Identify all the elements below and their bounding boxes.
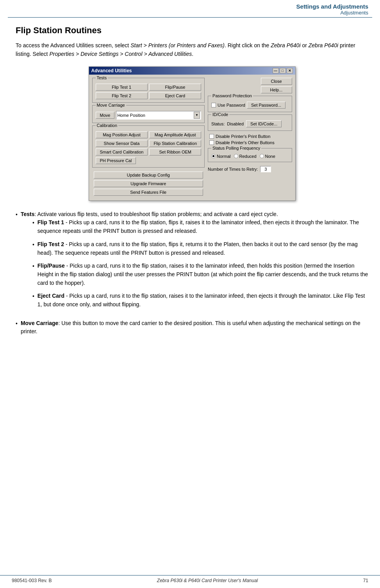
use-password-label: Use Password: [218, 103, 245, 107]
close-button[interactable]: ✕: [287, 68, 293, 73]
header-subtitle: Adjustments: [0, 10, 368, 16]
bullet-dot-tests: •: [16, 211, 18, 314]
calibration-group: Calibration Mag Position Adjust Mag Ampl…: [92, 125, 205, 168]
sub-bullet-dot-3: •: [32, 262, 34, 287]
status-polling-row: Normal Reduced None: [211, 154, 288, 159]
page-header: Settings and Adjustments Adjustments: [0, 0, 380, 17]
flip-station-calibration-button[interactable]: Flip Station Calibration: [149, 140, 201, 147]
bullet-tests-text: : Activate various flip tests, used to t…: [34, 211, 278, 217]
footer-center: Zebra P630i & P640i Card Printer User's …: [157, 578, 258, 583]
upgrade-firmware-button[interactable]: Upgrade Firmware: [94, 180, 203, 187]
bullet-section: • Tests: Activate various flip tests, us…: [16, 210, 368, 336]
id-code-status-label: Status:: [211, 122, 225, 126]
mag-position-adjust-button[interactable]: Mag Position Adjust: [96, 131, 148, 138]
bullet-tests-term: Tests: [21, 211, 35, 217]
use-password-checkbox[interactable]: [211, 103, 216, 107]
update-backup-config-button[interactable]: Update Backup Config: [94, 172, 203, 179]
tests-group: Tests Flip Test 1 Flip/Pause Flip Test 2…: [92, 78, 205, 103]
eject-card-text: - Picks up a card, runs it to the flip s…: [37, 293, 365, 307]
dialog-screenshot-container: Advanced Utilities — □ ✕ Tests Flip Test…: [16, 66, 368, 201]
retry-row: Number of Times to Retry:: [208, 166, 292, 172]
radio-none-button[interactable]: [260, 154, 264, 158]
dialog-close-button[interactable]: Close: [261, 78, 292, 85]
calibration-group-label: Calibration: [96, 123, 119, 128]
retry-label: Number of Times to Retry:: [208, 167, 258, 172]
maximize-button[interactable]: □: [280, 68, 286, 73]
bullet-dot-move: •: [16, 320, 18, 336]
ph-pressure-cal-button[interactable]: PH Pressure Cal: [96, 157, 136, 164]
set-ribbon-oem-button[interactable]: Set Ribbon OEM: [149, 148, 201, 155]
disable-print-button-row: Disable Printer's Print Button: [209, 134, 290, 139]
id-code-label: ID/Code: [211, 112, 229, 117]
dialog-body: Tests Flip Test 1 Flip/Pause Flip Test 2…: [89, 75, 295, 200]
radio-reduced-button[interactable]: [234, 154, 238, 158]
smart-card-calibration-button[interactable]: Smart Card Calibration: [96, 148, 148, 155]
move-carriage-text: : Use this button to move the card carri…: [21, 320, 360, 335]
set-password-button[interactable]: Set Password...: [247, 102, 285, 109]
eject-card-term: Eject Card: [37, 293, 64, 299]
mag-amplitude-adjust-button[interactable]: Mag Amplitude Adjust: [149, 131, 201, 138]
header-title: Settings and Adjustments: [0, 3, 368, 10]
radio-normal-label: Normal: [217, 154, 230, 159]
dialog-right-column: Close Help... Password Protection Use Pa…: [208, 78, 292, 197]
disable-print-button-label: Disable Printer's Print Button: [216, 134, 270, 139]
position-dropdown[interactable]: Home Position ▼: [116, 111, 201, 120]
sub-bullet-flip-pause: • Flip/Pause - Picks up a card, runs it …: [32, 262, 368, 287]
sub-bullet-flip-test-1: • Flip Test 1 - Picks up a card, runs it…: [32, 218, 368, 235]
move-carriage-row: Move Home Position ▼: [96, 111, 202, 120]
status-polling-group: Status Polling Frequency Normal Reduced: [208, 148, 292, 162]
update-section: Update Backup Config Upgrade Firmware Se…: [92, 170, 205, 197]
password-row: Use Password Set Password...: [211, 102, 288, 109]
status-polling-label: Status Polling Frequency: [211, 146, 261, 150]
bullet-content-tests: Tests: Activate various flip tests, used…: [21, 210, 368, 314]
radio-normal[interactable]: Normal: [211, 154, 230, 159]
radio-none-label: None: [265, 154, 275, 159]
flip-pause-button[interactable]: Flip/Pause: [149, 84, 201, 91]
ph-pressure-cal-row: PH Pressure Cal: [96, 157, 202, 164]
id-code-row: Status: Disabled Set ID/Code...: [211, 120, 288, 127]
id-code-status-value: Disabled: [227, 122, 244, 126]
tests-group-label: Tests: [96, 75, 108, 80]
titlebar-buttons: — □ ✕: [273, 68, 293, 73]
radio-none[interactable]: None: [260, 154, 275, 159]
flip-test-2-text: - Picks up a card, runs it to the flip s…: [37, 241, 358, 256]
sub-bullet-dot-1: •: [32, 219, 34, 235]
tests-buttons-grid: Flip Test 1 Flip/Pause Flip Test 2 Eject…: [96, 84, 202, 99]
set-id-code-button[interactable]: Set ID/Code...: [246, 120, 282, 127]
intro-paragraph: To access the Advanced Utilities screen,…: [16, 41, 368, 59]
flip-test-1-term: Flip Test 1: [37, 219, 64, 225]
eject-card-button[interactable]: Eject Card: [149, 92, 201, 99]
radio-normal-button[interactable]: [211, 154, 216, 158]
password-protection-group: Password Protection Use Password Set Pas…: [208, 96, 292, 112]
move-carriage-term: Move Carriage: [21, 320, 58, 326]
position-dropdown-value: Home Position: [117, 113, 145, 118]
send-features-file-button[interactable]: Send Features File: [94, 189, 203, 196]
disable-other-buttons-label: Disable Printer's Other Buttons: [216, 140, 275, 145]
sub-bullet-content-2: Flip Test 2 - Picks up a card, runs it t…: [37, 240, 368, 257]
radio-reduced-label: Reduced: [239, 154, 257, 159]
disable-other-buttons-checkbox[interactable]: [209, 140, 214, 145]
flip-test-1-button[interactable]: Flip Test 1: [96, 84, 148, 91]
advanced-utilities-dialog: Advanced Utilities — □ ✕ Tests Flip Test…: [89, 66, 296, 201]
bullet-tests: • Tests: Activate various flip tests, us…: [16, 210, 368, 314]
sub-bullet-content-4: Eject Card - Picks up a card, runs it to…: [37, 292, 368, 309]
show-sensor-data-button[interactable]: Show Sensor Data: [96, 140, 148, 147]
retry-input[interactable]: [260, 166, 271, 172]
flip-test-2-term: Flip Test 2: [37, 241, 64, 247]
bullet-content-move: Move Carriage: Use this button to move t…: [21, 319, 368, 336]
disable-print-button-checkbox[interactable]: [209, 134, 214, 139]
sub-bullet-flip-test-2: • Flip Test 2 - Picks up a card, runs it…: [32, 240, 368, 257]
footer-left: 980541-003 Rev. B: [12, 578, 52, 583]
help-button[interactable]: Help...: [261, 86, 292, 93]
right-top-buttons: Close Help...: [208, 78, 292, 93]
move-carriage-group: Move Carriage Move Home Position ▼: [92, 105, 205, 123]
radio-reduced[interactable]: Reduced: [234, 154, 257, 159]
sub-bullet-content-3: Flip/Pause - Picks up a card, runs it to…: [37, 262, 368, 287]
calibration-buttons-grid: Mag Position Adjust Mag Amplitude Adjust…: [96, 131, 202, 155]
dialog-title: Advanced Utilities: [91, 68, 132, 73]
flip-test-2-button[interactable]: Flip Test 2: [96, 92, 148, 99]
minimize-button[interactable]: —: [273, 68, 279, 73]
move-carriage-label: Move Carriage: [96, 103, 126, 107]
move-button[interactable]: Move: [96, 112, 115, 119]
dropdown-arrow[interactable]: ▼: [194, 112, 200, 119]
